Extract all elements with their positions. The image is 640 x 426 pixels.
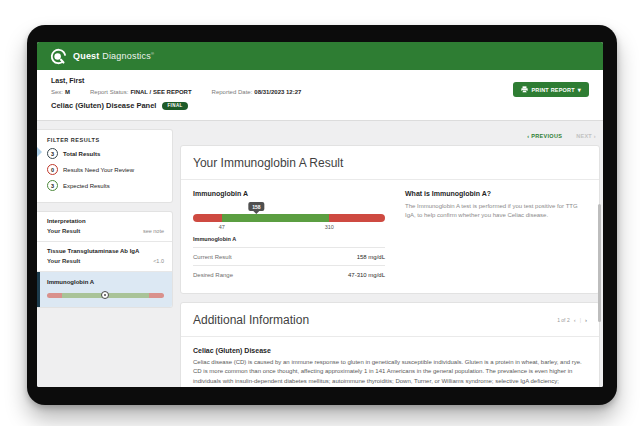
- gauge-normal-zone: [222, 214, 330, 222]
- sidebar: FILTER RESULTS 3 Total Results 0 Results…: [37, 129, 173, 308]
- patient-sex: Sex:M: [51, 89, 70, 95]
- result-item-title: Tissue Transglutaminase Ab IgA: [47, 248, 164, 254]
- result-item-title: Interpretation: [47, 218, 164, 224]
- need-review-count-badge: 0: [47, 164, 58, 175]
- desired-range-row: Desired Range 47-310 mg/dL: [193, 265, 385, 283]
- analyte-name: Immunoglobin A: [193, 190, 385, 197]
- tablet-frame: Quest Diagnostics® Last, First Sex:M Rep…: [27, 25, 617, 405]
- page-next-icon[interactable]: ›: [585, 317, 587, 323]
- divider: [181, 336, 599, 337]
- disease-paragraph-1: Celiac disease (CD) is caused by an immu…: [193, 358, 587, 387]
- result-row-label: Your Result: [47, 228, 80, 234]
- result-detail-card: Your Immunoglobin A Result Immunoglobin …: [180, 145, 600, 294]
- range-gauge: 158: [193, 214, 385, 222]
- result-row-value: see note: [143, 228, 164, 234]
- brand-bold: Quest: [73, 51, 100, 61]
- quest-diagnostics-logo-icon: [50, 48, 67, 65]
- filter-results-card: FILTER RESULTS 3 Total Results 0 Results…: [37, 129, 173, 203]
- current-result-row: Current Result 158 mg/dL: [193, 247, 385, 265]
- result-item-row: Your Result see note: [47, 228, 164, 234]
- total-results-count-badge: 3: [47, 148, 58, 159]
- pager-separator: |: [580, 317, 581, 323]
- main-column: ‹ PREVIOUS NEXT › Your Immunoglobin A Re…: [180, 121, 600, 387]
- selected-filter-indicator-icon: [37, 147, 42, 157]
- results-list-card: Interpretation Your Result see note Tiss…: [37, 211, 173, 308]
- result-row-label: Your Result: [47, 258, 80, 264]
- gauge-low-tick: 47: [219, 224, 225, 230]
- mini-gauge-marker-icon: [101, 291, 109, 299]
- expected-results-count-badge: 3: [47, 180, 58, 191]
- page-pager: 1 of 2 ‹ | ›: [557, 317, 587, 323]
- reported-date: Reported Date:08/31/2023 12:27: [212, 89, 302, 95]
- printer-icon: [521, 86, 528, 93]
- row-label: Current Result: [193, 254, 232, 260]
- next-arrow-icon: ›: [594, 133, 596, 139]
- result-pager: ‹ PREVIOUS NEXT ›: [180, 133, 596, 139]
- print-report-button[interactable]: PRINT REPORT ▾: [513, 82, 589, 97]
- filter-item-label: Total Results: [63, 151, 100, 157]
- result-item-title: Immunoglobin A: [47, 279, 164, 285]
- panel-title: Celiac (Gluten) Disease Panel: [51, 101, 156, 110]
- report-status: Report Status:FINAL / SEE REPORT: [90, 89, 192, 95]
- patient-bar: Last, First Sex:M Report Status:FINAL / …: [37, 70, 603, 120]
- info-title: What is Immunoglobin A?: [405, 190, 587, 197]
- divider: [181, 179, 599, 180]
- result-row-value: <1.0: [153, 258, 164, 264]
- info-column: What is Immunoglobin A? The Immunoglobin…: [405, 190, 587, 283]
- filter-item-label: Results Need Your Review: [63, 167, 134, 173]
- additional-information-card: Additional Information 1 of 2 ‹ | › Celi…: [180, 302, 600, 387]
- patient-meta-row: Sex:M Report Status:FINAL / SEE REPORT R…: [51, 89, 589, 95]
- filter-results-title: FILTER RESULTS: [47, 137, 164, 143]
- row-value: 158 mg/dL: [357, 254, 385, 260]
- page-indicator: 1 of 2: [557, 317, 570, 323]
- stage: Quest Diagnostics® Last, First Sex:M Rep…: [0, 0, 640, 426]
- brand-trademark: ®: [151, 51, 154, 56]
- filter-item-label: Expected Results: [63, 183, 110, 189]
- row-value: 47-310 mg/dL: [348, 272, 385, 278]
- page-prev-icon[interactable]: ‹: [574, 317, 576, 323]
- result-item-interpretation[interactable]: Interpretation Your Result see note: [37, 212, 172, 242]
- info-body: The Immunoglobin A test is performed if …: [405, 202, 587, 221]
- previous-result-link[interactable]: ‹ PREVIOUS: [527, 133, 562, 139]
- filter-item-need-review[interactable]: 0 Results Need Your Review: [47, 164, 164, 175]
- brand-light: Diagnostics: [102, 51, 151, 61]
- gauge-tick-labels: 47 310: [193, 222, 385, 231]
- result-card-columns: Immunoglobin A 158 47 310: [193, 190, 587, 283]
- chevron-down-icon: ▾: [578, 87, 581, 93]
- result-item-immunoglobin-a[interactable]: Immunoglobin A: [37, 272, 172, 307]
- disease-subtitle: Celiac (Gluten) Disease: [193, 347, 587, 354]
- row-label: Desired Range: [193, 272, 233, 278]
- mini-range-gauge: [47, 293, 164, 298]
- content-region: FILTER RESULTS 3 Total Results 0 Results…: [37, 120, 603, 387]
- filter-item-total-results[interactable]: 3 Total Results: [47, 148, 164, 159]
- app-screen: Quest Diagnostics® Last, First Sex:M Rep…: [37, 42, 603, 387]
- additional-info-title: Additional Information: [193, 313, 309, 327]
- result-item-row: Your Result <1.0: [47, 258, 164, 264]
- brand-wordmark: Quest Diagnostics®: [73, 51, 154, 61]
- result-item-ttg-iga[interactable]: Tissue Transglutaminase Ab IgA Your Resu…: [37, 242, 172, 272]
- final-status-badge: FINAL: [162, 102, 187, 110]
- prev-arrow-icon: ‹: [527, 133, 529, 139]
- next-result-link[interactable]: NEXT ›: [576, 133, 596, 139]
- print-report-label: PRINT REPORT: [531, 87, 574, 93]
- gauge-high-tick: 310: [325, 224, 334, 230]
- gauge-column: Immunoglobin A 158 47 310: [193, 190, 385, 283]
- vertical-scrollbar[interactable]: [598, 204, 601, 322]
- app-header: Quest Diagnostics®: [37, 42, 603, 70]
- gauge-caption: Immunoglobin A: [193, 236, 385, 247]
- patient-name: Last, First: [51, 77, 589, 84]
- gauge-result-marker: 158: [249, 202, 264, 211]
- filter-item-expected-results[interactable]: 3 Expected Results: [47, 180, 164, 191]
- panel-title-row: Celiac (Gluten) Disease Panel FINAL: [51, 101, 589, 110]
- result-card-title: Your Immunoglobin A Result: [193, 156, 587, 170]
- additional-info-header: Additional Information 1 of 2 ‹ | ›: [193, 313, 587, 327]
